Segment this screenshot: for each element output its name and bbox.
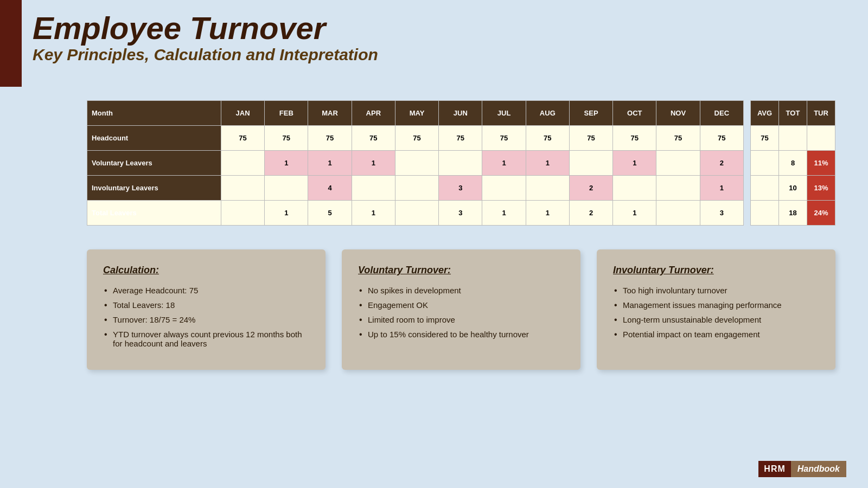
cell-r3-c6: 1 xyxy=(482,201,526,226)
summary-cell-r2-c0 xyxy=(751,176,779,201)
cell-r1-c8 xyxy=(569,151,612,176)
cell-r0-c0: 75 xyxy=(221,126,264,151)
info-box-2: Involuntary Turnover:Too high involuntar… xyxy=(597,249,835,370)
cell-r0-c2: 75 xyxy=(308,126,352,151)
summary-col-avg: AVG xyxy=(751,101,779,126)
cell-r1-c1: 1 xyxy=(265,151,308,176)
accent-bar xyxy=(0,0,22,87)
info-box-title-2: Involuntary Turnover: xyxy=(613,265,819,276)
row-header-3: Total Leavers xyxy=(87,201,221,226)
cell-r1-c10 xyxy=(656,151,700,176)
cell-r0-c5: 75 xyxy=(439,126,482,151)
cell-r0-c10: 75 xyxy=(656,126,700,151)
info-box-title-0: Calculation: xyxy=(103,265,309,276)
summary-cell-r3-c2: 24% xyxy=(807,201,835,226)
cell-r2-c11: 1 xyxy=(700,176,743,201)
summary-col-tot: TOT xyxy=(779,101,807,126)
col-header-mar: MAR xyxy=(308,101,352,126)
col-header-dec: DEC xyxy=(700,101,743,126)
summary-cell-r3-c0 xyxy=(751,201,779,226)
row-header-0: Headcount xyxy=(87,126,221,151)
page-header: Employee Turnover Key Principles, Calcul… xyxy=(33,11,378,64)
summary-table: AVGTOTTUR75811%1013%1824% xyxy=(750,100,835,226)
cell-r1-c2: 1 xyxy=(308,151,352,176)
main-data-table: MonthJANFEBMARAPRMAYJUNJULAUGSEPOCTNOVDE… xyxy=(87,100,744,226)
cell-r1-c9: 1 xyxy=(613,151,656,176)
col-header-jul: JUL xyxy=(482,101,526,126)
info-box-title-1: Voluntary Turnover: xyxy=(358,265,564,276)
hrm-handbook-text: Handbook xyxy=(791,461,846,477)
col-header-jan: JAN xyxy=(221,101,264,126)
cell-r3-c1: 1 xyxy=(265,201,308,226)
cell-r2-c6 xyxy=(482,176,526,201)
cell-r1-c5 xyxy=(439,151,482,176)
cell-r3-c11: 3 xyxy=(700,201,743,226)
cell-r3-c9: 1 xyxy=(613,201,656,226)
summary-cell-r2-c1: 10 xyxy=(779,176,807,201)
cell-r3-c7: 1 xyxy=(526,201,569,226)
cell-r0-c1: 75 xyxy=(265,126,308,151)
cell-r2-c0 xyxy=(221,176,264,201)
info-box-item-1-2: Limited room to improve xyxy=(358,315,564,324)
summary-cell-r0-c0: 75 xyxy=(751,126,779,151)
page-subtitle: Key Principles, Calculation and Intepret… xyxy=(33,46,378,64)
info-box-item-2-1: Management issues managing performance xyxy=(613,300,819,310)
cell-r0-c7: 75 xyxy=(526,126,569,151)
cell-r3-c4 xyxy=(395,201,438,226)
cell-r1-c4 xyxy=(395,151,438,176)
page-title: Employee Turnover xyxy=(33,11,378,46)
cell-r1-c6: 1 xyxy=(482,151,526,176)
summary-cell-r3-c1: 18 xyxy=(779,201,807,226)
cell-r0-c11: 75 xyxy=(700,126,743,151)
cell-r2-c10 xyxy=(656,176,700,201)
info-box-item-2-2: Long-term unsustainable development xyxy=(613,315,819,324)
info-box-item-0-2: Turnover: 18/75 = 24% xyxy=(103,315,309,324)
summary-cell-r1-c2: 11% xyxy=(807,151,835,176)
info-box-1: Voluntary Turnover:No spikes in developm… xyxy=(342,249,580,370)
summary-cell-r0-c1 xyxy=(779,126,807,151)
col-header-apr: APR xyxy=(352,101,395,126)
info-box-item-1-3: Up to 15% considered to be healthy turno… xyxy=(358,330,564,339)
summary-cell-r1-c1: 8 xyxy=(779,151,807,176)
info-boxes-container: Calculation:Average Headcount: 75Total L… xyxy=(87,249,835,370)
info-box-item-2-0: Too high involuntary turnover xyxy=(613,286,819,295)
col-header-feb: FEB xyxy=(265,101,308,126)
info-box-list-2: Too high involuntary turnoverManagement … xyxy=(613,286,819,339)
cell-r3-c0 xyxy=(221,201,264,226)
info-box-list-1: No spikes in developmentEngagement OKLim… xyxy=(358,286,564,339)
summary-cell-r2-c2: 13% xyxy=(807,176,835,201)
summary-cell-r0-c2 xyxy=(807,126,835,151)
info-box-0: Calculation:Average Headcount: 75Total L… xyxy=(87,249,326,370)
info-box-item-0-1: Total Leavers: 18 xyxy=(103,300,309,310)
info-box-item-2-3: Potential impact on team engagement xyxy=(613,330,819,339)
cell-r1-c7: 1 xyxy=(526,151,569,176)
hrm-badge: HRM xyxy=(758,461,790,477)
cell-r3-c5: 3 xyxy=(439,201,482,226)
cell-r3-c2: 5 xyxy=(308,201,352,226)
cell-r3-c10 xyxy=(656,201,700,226)
col-header-aug: AUG xyxy=(526,101,569,126)
cell-r0-c3: 75 xyxy=(352,126,395,151)
info-box-item-0-0: Average Headcount: 75 xyxy=(103,286,309,295)
cell-r2-c2: 4 xyxy=(308,176,352,201)
info-box-list-0: Average Headcount: 75Total Leavers: 18Tu… xyxy=(103,286,309,348)
cell-r3-c8: 2 xyxy=(569,201,612,226)
col-header-oct: OCT xyxy=(613,101,656,126)
col-header-jun: JUN xyxy=(439,101,482,126)
summary-cell-r1-c0 xyxy=(751,151,779,176)
hrm-logo: HRM Handbook xyxy=(758,461,846,477)
col-header-sep: SEP xyxy=(569,101,612,126)
cell-r1-c11: 2 xyxy=(700,151,743,176)
info-box-item-0-3: YTD turnover always count previous 12 mo… xyxy=(103,330,309,348)
cell-r0-c4: 75 xyxy=(395,126,438,151)
table-wrapper: MonthJANFEBMARAPRMAYJUNJULAUGSEPOCTNOVDE… xyxy=(87,100,835,226)
cell-r2-c7 xyxy=(526,176,569,201)
col-header-may: MAY xyxy=(395,101,438,126)
cell-r1-c0 xyxy=(221,151,264,176)
cell-r3-c3: 1 xyxy=(352,201,395,226)
cell-r2-c5: 3 xyxy=(439,176,482,201)
cell-r2-c9 xyxy=(613,176,656,201)
table-section: MonthJANFEBMARAPRMAYJUNJULAUGSEPOCTNOVDE… xyxy=(87,100,835,226)
cell-r2-c3 xyxy=(352,176,395,201)
cell-r2-c1 xyxy=(265,176,308,201)
